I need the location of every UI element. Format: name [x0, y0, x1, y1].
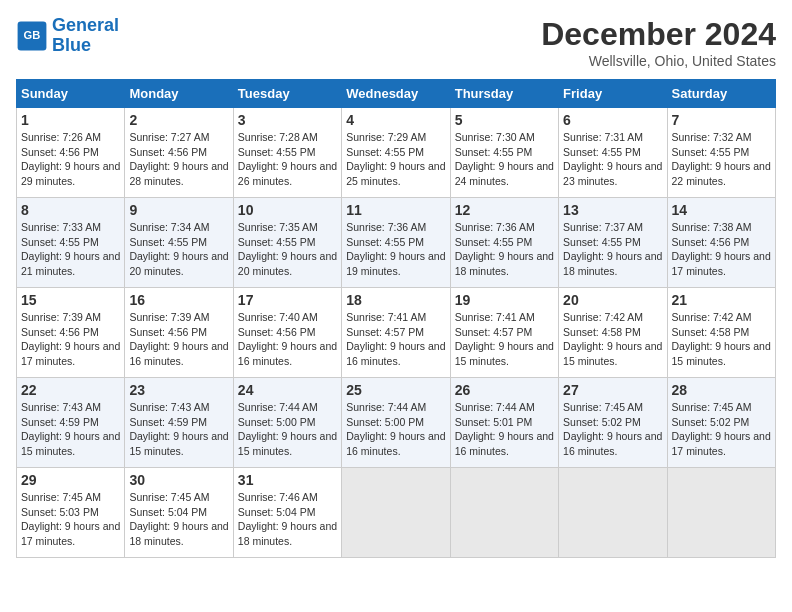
day-number: 7 — [672, 112, 771, 128]
header-friday: Friday — [559, 80, 667, 108]
day-info: Sunrise: 7:36 AMSunset: 4:55 PMDaylight:… — [346, 220, 445, 279]
day-info: Sunrise: 7:39 AMSunset: 4:56 PMDaylight:… — [129, 310, 228, 369]
day-info: Sunrise: 7:42 AMSunset: 4:58 PMDaylight:… — [563, 310, 662, 369]
day-info: Sunrise: 7:39 AMSunset: 4:56 PMDaylight:… — [21, 310, 120, 369]
calendar-cell: 2Sunrise: 7:27 AMSunset: 4:56 PMDaylight… — [125, 108, 233, 198]
day-info: Sunrise: 7:26 AMSunset: 4:56 PMDaylight:… — [21, 130, 120, 189]
day-number: 29 — [21, 472, 120, 488]
calendar-cell: 20Sunrise: 7:42 AMSunset: 4:58 PMDayligh… — [559, 288, 667, 378]
title-area: December 2024 Wellsville, Ohio, United S… — [541, 16, 776, 69]
calendar-cell — [342, 468, 450, 558]
calendar-cell: 12Sunrise: 7:36 AMSunset: 4:55 PMDayligh… — [450, 198, 558, 288]
day-info: Sunrise: 7:35 AMSunset: 4:55 PMDaylight:… — [238, 220, 337, 279]
day-number: 17 — [238, 292, 337, 308]
day-info: Sunrise: 7:42 AMSunset: 4:58 PMDaylight:… — [672, 310, 771, 369]
calendar-cell: 1Sunrise: 7:26 AMSunset: 4:56 PMDaylight… — [17, 108, 125, 198]
week-row-4: 22Sunrise: 7:43 AMSunset: 4:59 PMDayligh… — [17, 378, 776, 468]
header-row: SundayMondayTuesdayWednesdayThursdayFrid… — [17, 80, 776, 108]
day-number: 6 — [563, 112, 662, 128]
day-number: 26 — [455, 382, 554, 398]
header-sunday: Sunday — [17, 80, 125, 108]
calendar-table: SundayMondayTuesdayWednesdayThursdayFrid… — [16, 79, 776, 558]
day-number: 9 — [129, 202, 228, 218]
day-number: 2 — [129, 112, 228, 128]
day-number: 22 — [21, 382, 120, 398]
day-info: Sunrise: 7:36 AMSunset: 4:55 PMDaylight:… — [455, 220, 554, 279]
day-info: Sunrise: 7:30 AMSunset: 4:55 PMDaylight:… — [455, 130, 554, 189]
day-number: 20 — [563, 292, 662, 308]
day-info: Sunrise: 7:41 AMSunset: 4:57 PMDaylight:… — [455, 310, 554, 369]
day-info: Sunrise: 7:40 AMSunset: 4:56 PMDaylight:… — [238, 310, 337, 369]
day-info: Sunrise: 7:45 AMSunset: 5:04 PMDaylight:… — [129, 490, 228, 549]
calendar-cell: 3Sunrise: 7:28 AMSunset: 4:55 PMDaylight… — [233, 108, 341, 198]
day-number: 8 — [21, 202, 120, 218]
header-saturday: Saturday — [667, 80, 775, 108]
day-number: 30 — [129, 472, 228, 488]
calendar-cell: 15Sunrise: 7:39 AMSunset: 4:56 PMDayligh… — [17, 288, 125, 378]
day-info: Sunrise: 7:43 AMSunset: 4:59 PMDaylight:… — [21, 400, 120, 459]
calendar-cell: 28Sunrise: 7:45 AMSunset: 5:02 PMDayligh… — [667, 378, 775, 468]
day-number: 1 — [21, 112, 120, 128]
day-number: 21 — [672, 292, 771, 308]
calendar-cell: 29Sunrise: 7:45 AMSunset: 5:03 PMDayligh… — [17, 468, 125, 558]
day-number: 12 — [455, 202, 554, 218]
calendar-cell: 7Sunrise: 7:32 AMSunset: 4:55 PMDaylight… — [667, 108, 775, 198]
calendar-cell: 9Sunrise: 7:34 AMSunset: 4:55 PMDaylight… — [125, 198, 233, 288]
calendar-cell: 19Sunrise: 7:41 AMSunset: 4:57 PMDayligh… — [450, 288, 558, 378]
day-number: 25 — [346, 382, 445, 398]
calendar-cell: 18Sunrise: 7:41 AMSunset: 4:57 PMDayligh… — [342, 288, 450, 378]
week-row-5: 29Sunrise: 7:45 AMSunset: 5:03 PMDayligh… — [17, 468, 776, 558]
day-info: Sunrise: 7:44 AMSunset: 5:00 PMDaylight:… — [238, 400, 337, 459]
day-info: Sunrise: 7:34 AMSunset: 4:55 PMDaylight:… — [129, 220, 228, 279]
week-row-2: 8Sunrise: 7:33 AMSunset: 4:55 PMDaylight… — [17, 198, 776, 288]
calendar-cell: 22Sunrise: 7:43 AMSunset: 4:59 PMDayligh… — [17, 378, 125, 468]
calendar-cell: 16Sunrise: 7:39 AMSunset: 4:56 PMDayligh… — [125, 288, 233, 378]
day-number: 27 — [563, 382, 662, 398]
day-info: Sunrise: 7:41 AMSunset: 4:57 PMDaylight:… — [346, 310, 445, 369]
calendar-cell: 4Sunrise: 7:29 AMSunset: 4:55 PMDaylight… — [342, 108, 450, 198]
calendar-cell: 17Sunrise: 7:40 AMSunset: 4:56 PMDayligh… — [233, 288, 341, 378]
main-title: December 2024 — [541, 16, 776, 53]
day-number: 24 — [238, 382, 337, 398]
day-number: 28 — [672, 382, 771, 398]
day-info: Sunrise: 7:32 AMSunset: 4:55 PMDaylight:… — [672, 130, 771, 189]
header: GB General Blue December 2024 Wellsville… — [16, 16, 776, 69]
calendar-cell — [559, 468, 667, 558]
day-number: 16 — [129, 292, 228, 308]
calendar-cell — [450, 468, 558, 558]
day-number: 13 — [563, 202, 662, 218]
day-number: 19 — [455, 292, 554, 308]
day-number: 5 — [455, 112, 554, 128]
day-info: Sunrise: 7:45 AMSunset: 5:02 PMDaylight:… — [563, 400, 662, 459]
calendar-cell — [667, 468, 775, 558]
day-info: Sunrise: 7:29 AMSunset: 4:55 PMDaylight:… — [346, 130, 445, 189]
header-tuesday: Tuesday — [233, 80, 341, 108]
logo-icon: GB — [16, 20, 48, 52]
day-number: 10 — [238, 202, 337, 218]
week-row-1: 1Sunrise: 7:26 AMSunset: 4:56 PMDaylight… — [17, 108, 776, 198]
day-info: Sunrise: 7:46 AMSunset: 5:04 PMDaylight:… — [238, 490, 337, 549]
day-info: Sunrise: 7:45 AMSunset: 5:02 PMDaylight:… — [672, 400, 771, 459]
calendar-cell: 11Sunrise: 7:36 AMSunset: 4:55 PMDayligh… — [342, 198, 450, 288]
day-info: Sunrise: 7:45 AMSunset: 5:03 PMDaylight:… — [21, 490, 120, 549]
calendar-cell: 8Sunrise: 7:33 AMSunset: 4:55 PMDaylight… — [17, 198, 125, 288]
day-info: Sunrise: 7:38 AMSunset: 4:56 PMDaylight:… — [672, 220, 771, 279]
calendar-cell: 31Sunrise: 7:46 AMSunset: 5:04 PMDayligh… — [233, 468, 341, 558]
calendar-cell: 30Sunrise: 7:45 AMSunset: 5:04 PMDayligh… — [125, 468, 233, 558]
calendar-cell: 25Sunrise: 7:44 AMSunset: 5:00 PMDayligh… — [342, 378, 450, 468]
header-monday: Monday — [125, 80, 233, 108]
day-number: 31 — [238, 472, 337, 488]
logo-line2: Blue — [52, 35, 91, 55]
calendar-cell: 10Sunrise: 7:35 AMSunset: 4:55 PMDayligh… — [233, 198, 341, 288]
day-number: 11 — [346, 202, 445, 218]
week-row-3: 15Sunrise: 7:39 AMSunset: 4:56 PMDayligh… — [17, 288, 776, 378]
day-info: Sunrise: 7:44 AMSunset: 5:00 PMDaylight:… — [346, 400, 445, 459]
day-info: Sunrise: 7:33 AMSunset: 4:55 PMDaylight:… — [21, 220, 120, 279]
day-info: Sunrise: 7:44 AMSunset: 5:01 PMDaylight:… — [455, 400, 554, 459]
calendar-cell: 24Sunrise: 7:44 AMSunset: 5:00 PMDayligh… — [233, 378, 341, 468]
logo-line1: General — [52, 15, 119, 35]
day-info: Sunrise: 7:31 AMSunset: 4:55 PMDaylight:… — [563, 130, 662, 189]
calendar-cell: 14Sunrise: 7:38 AMSunset: 4:56 PMDayligh… — [667, 198, 775, 288]
day-number: 23 — [129, 382, 228, 398]
day-number: 15 — [21, 292, 120, 308]
